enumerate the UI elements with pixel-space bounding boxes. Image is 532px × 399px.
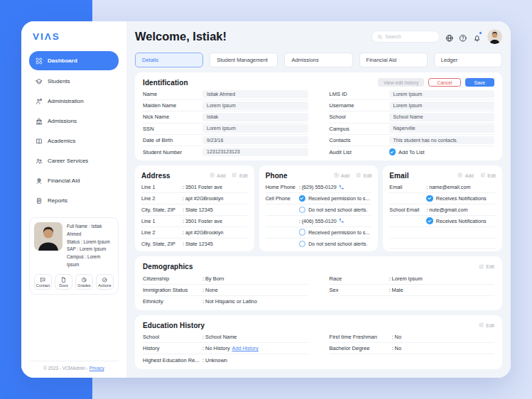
edit-pencil-icon: [479, 322, 484, 328]
reports-icon: [36, 197, 43, 204]
education-row: History: No HistoryAdd History: [143, 343, 308, 354]
plus-square-icon: [210, 173, 215, 178]
edit-label: Edit: [486, 323, 494, 328]
education-row: Highest Education Re...: Unknown: [143, 354, 308, 366]
help-button[interactable]: [459, 33, 467, 41]
demographics-edit-button[interactable]: Edit: [479, 264, 494, 270]
school-input[interactable]: School Name: [389, 113, 495, 121]
no-alerts-checkbox[interactable]: [299, 241, 306, 248]
receives-notifications-checkbox[interactable]: [426, 217, 433, 224]
contact-button[interactable]: Contact: [34, 274, 52, 290]
demographics-row: Sex: Male: [330, 285, 495, 296]
student-number-input[interactable]: 123123123123: [202, 148, 308, 156]
row-label: School: [143, 334, 202, 340]
lms-id-input[interactable]: Lorem Ipsum: [389, 90, 495, 99]
help-icon: [459, 34, 467, 43]
email-row: School Email: nute@gmail.com: [389, 204, 496, 216]
checkbox-label: Do not send school alerts.: [308, 241, 367, 247]
tab-financial-aid[interactable]: Financial Aid: [359, 53, 428, 67]
phone-add-button[interactable]: Add: [334, 173, 350, 178]
row-label: Email: [389, 184, 426, 190]
education-edit-button[interactable]: Edit: [479, 322, 494, 328]
tab-admissions[interactable]: Admissions: [284, 53, 352, 67]
row-label: City, State, ZIP: [141, 207, 183, 213]
cancel-button[interactable]: Cancel: [428, 78, 460, 87]
docs-button[interactable]: Docs: [55, 274, 72, 290]
sidebar-item-admissions[interactable]: Admissions: [29, 112, 119, 130]
education-history-title: Education History: [143, 322, 205, 329]
email-value: : name@email.com: [426, 184, 470, 190]
row-label: First time Freshman: [330, 334, 392, 340]
row-value: : apt #2GBrooklyn: [183, 195, 224, 202]
email-add-button[interactable]: Add: [457, 173, 474, 178]
tab-student-management[interactable]: Student Management: [210, 53, 278, 67]
row-label: Bachelor Degree: [330, 345, 392, 351]
privacy-link[interactable]: Privacy: [89, 366, 104, 371]
app-window: VIΛS Dashboard Students Administration A…: [21, 21, 511, 378]
edit-pencil-icon: [479, 264, 484, 270]
actions-button[interactable]: Actions: [96, 274, 114, 290]
row-value: : School Name: [202, 334, 237, 340]
field-label: LMS ID: [330, 91, 389, 97]
field-row: Date of Birth9/23/16: [143, 135, 308, 146]
sidebar-item-administration[interactable]: Administration: [29, 92, 119, 110]
permission-checkbox[interactable]: [299, 229, 306, 236]
field-label: Maiden Name: [143, 102, 202, 109]
no-alerts-checkbox[interactable]: [299, 207, 306, 214]
audit-list-text: Add To List: [398, 149, 424, 155]
sidebar-item-dashboard[interactable]: Dashboard: [29, 51, 119, 70]
add-label: Add: [465, 173, 474, 178]
school-email-value: : nute@gmail.com: [426, 207, 467, 213]
tab-details[interactable]: Details: [135, 53, 203, 67]
sidebar-item-label: Reports: [48, 197, 67, 204]
sidebar: VIΛS Dashboard Students Administration A…: [21, 21, 126, 378]
demographics-row: Immigration Status: None: [143, 285, 308, 296]
grades-button[interactable]: Grades: [75, 274, 93, 290]
ssn-input[interactable]: Lorem Ipsum: [202, 124, 308, 133]
sidebar-item-financial-aid[interactable]: Financial Aid: [29, 172, 119, 190]
sidebar-item-reports[interactable]: Reports: [29, 192, 119, 209]
address-edit-button[interactable]: Edit: [232, 173, 247, 178]
row-value: : No: [392, 345, 402, 351]
save-button[interactable]: Save: [465, 78, 495, 87]
sidebar-item-academics[interactable]: Academics: [29, 132, 119, 150]
email-section: Email Add Edit Email: name@email.com Rec…: [383, 165, 502, 251]
add-history-link[interactable]: Add History: [232, 345, 259, 351]
contact-cards-row: Address Add Edit Line 1: 3501 Foster ave…: [135, 165, 502, 251]
nick-name-input[interactable]: Istiak: [202, 113, 308, 121]
field-row: LMS IDLorem Ipsum: [330, 89, 495, 100]
username-input[interactable]: Lorem Ipsum: [389, 102, 495, 110]
email-edit-button[interactable]: Edit: [480, 173, 496, 178]
address-section: Address Add Edit Line 1: 3501 Foster ave…: [135, 165, 254, 251]
row-label: Line 1: [141, 184, 183, 190]
sidebar-item-career-services[interactable]: Career Services: [29, 152, 119, 170]
tab-ledger[interactable]: Ledger: [434, 53, 502, 67]
education-right-column: First time Freshman: No Bachelor Degree:…: [330, 332, 495, 366]
field-label: School: [330, 114, 389, 120]
audit-list-checkbox[interactable]: [389, 148, 396, 155]
search-input[interactable]: [386, 34, 434, 39]
profile-campus: Campus : Lorem Ipsum: [67, 253, 114, 269]
phone-row: Do not send school alerts.: [266, 204, 372, 216]
phone-row: Cell Phone Received permission to s...: [266, 193, 372, 204]
globe-icon: [445, 34, 454, 43]
phone-edit-button[interactable]: Edit: [356, 173, 371, 178]
maiden-name-input[interactable]: Lorem Ipsum: [202, 102, 308, 110]
address-add-button[interactable]: Add: [210, 173, 226, 178]
row-value: : Lorem Ipsum: [389, 275, 423, 282]
user-avatar[interactable]: [487, 29, 502, 44]
campus-input[interactable]: Naperville: [389, 124, 495, 133]
row-label: Ethnicity: [143, 298, 202, 305]
actions-label: Actions: [98, 283, 111, 288]
globe-button[interactable]: [445, 33, 454, 41]
sidebar-item-label: Administration: [48, 98, 84, 104]
date-of-birth-input[interactable]: 9/23/16: [202, 136, 308, 145]
view-edit-history-button[interactable]: View edit history: [378, 78, 424, 87]
notifications-button[interactable]: [473, 33, 482, 41]
plus-square-icon: [334, 173, 340, 178]
email-row: Email: name@email.com: [389, 182, 496, 193]
name-input[interactable]: Istiak Ahmed: [202, 90, 308, 99]
receives-notifications-checkbox[interactable]: [426, 195, 433, 202]
permission-checkbox-checked[interactable]: [299, 195, 306, 202]
sidebar-item-students[interactable]: Students: [29, 72, 119, 90]
